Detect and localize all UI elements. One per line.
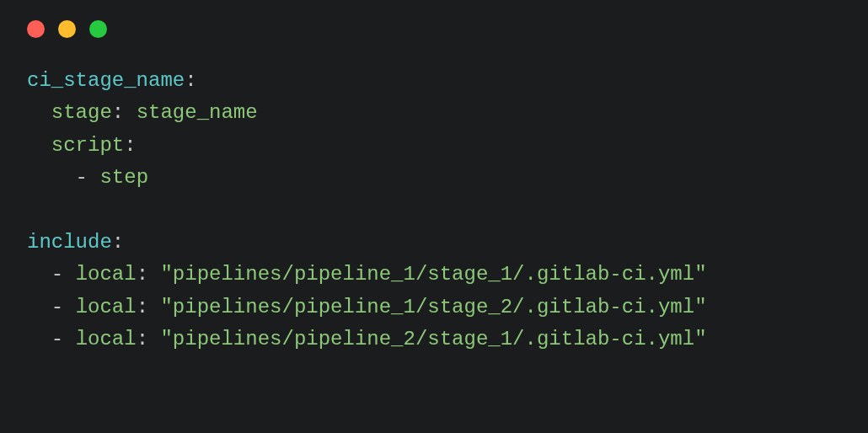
- colon: :: [124, 134, 136, 157]
- include-local-key: local: [76, 296, 137, 318]
- colon: :: [137, 263, 148, 286]
- stage-value: stage_name: [137, 101, 258, 124]
- code-block: ci_stage_name: stage: stage_name script:…: [27, 65, 841, 356]
- include-value: "pipelines/pipeline_2/stage_1/.gitlab-ci…: [160, 328, 706, 350]
- dash: -: [51, 328, 63, 350]
- colon: :: [112, 231, 124, 254]
- include-value: "pipelines/pipeline_1/stage_2/.gitlab-ci…: [160, 296, 706, 318]
- colon: :: [112, 101, 124, 124]
- code-window: ci_stage_name: stage: stage_name script:…: [0, 0, 868, 433]
- maximize-icon[interactable]: [89, 20, 107, 38]
- dash: -: [76, 166, 88, 189]
- traffic-lights: [27, 20, 841, 38]
- include-key: include: [27, 231, 112, 254]
- dash: -: [51, 263, 63, 286]
- colon: :: [137, 328, 148, 350]
- close-icon[interactable]: [27, 20, 45, 38]
- colon: :: [137, 296, 148, 318]
- colon: :: [185, 69, 196, 92]
- include-local-key: local: [76, 328, 137, 350]
- dash: -: [51, 296, 63, 318]
- include-local-key: local: [76, 263, 137, 286]
- stage-key: stage: [51, 101, 112, 124]
- job-name: ci_stage_name: [27, 69, 185, 92]
- include-value: "pipelines/pipeline_1/stage_1/.gitlab-ci…: [160, 263, 706, 286]
- minimize-icon[interactable]: [58, 20, 76, 38]
- step: step: [99, 166, 148, 189]
- script-key: script: [51, 134, 124, 157]
